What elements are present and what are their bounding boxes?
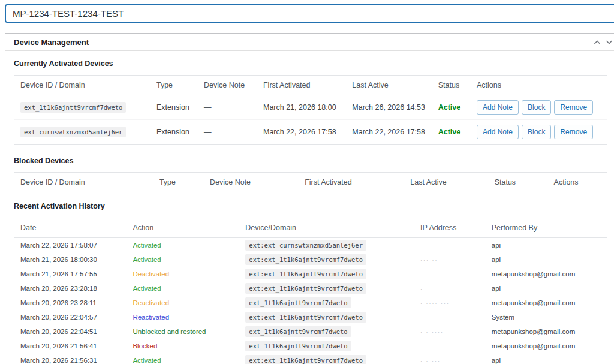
- status-badge: Active: [438, 103, 461, 112]
- action-label: Activated: [133, 285, 161, 292]
- history-date: March 21, 2026 18:00:30: [14, 252, 127, 267]
- blocked-devices-heading: Blocked Devices: [14, 157, 614, 165]
- history-date: March 20, 2026 23:28:18: [14, 281, 127, 296]
- panel-body: Currently Activated Devices Device ID / …: [5, 51, 614, 364]
- action-label: Blocked: [133, 342, 157, 350]
- history-row: March 20, 2026 21:56:41 Blocked ext_1t1k…: [14, 339, 607, 353]
- history-device: ext:ext_1t1k6ajntt9vrcmf7dweto: [239, 353, 414, 364]
- remove-button[interactable]: Remove: [554, 125, 593, 139]
- panel-header-icons: [589, 40, 614, 45]
- blocked-devices-table: Device ID / Domain Type Device Note Firs…: [14, 172, 607, 192]
- block-button[interactable]: Block: [522, 125, 551, 139]
- block-button[interactable]: Block: [522, 100, 551, 115]
- activated-devices-heading: Currently Activated Devices: [14, 59, 614, 68]
- history-ip: ·: [414, 281, 486, 296]
- history-device: ext_1t1k6ajntt9vrcmf7dweto: [239, 324, 414, 339]
- device-type-cell: Extension: [151, 95, 198, 120]
- add-note-button[interactable]: Add Note: [477, 125, 519, 139]
- actions-cell: Add NoteBlockRemove: [471, 95, 607, 120]
- activated-devices-table: Device ID / Domain Type Device Note Firs…: [14, 75, 607, 145]
- status-badge: Active: [438, 128, 461, 136]
- ip-redacted: · · ····: [420, 329, 444, 335]
- history-action: Reactivated: [127, 310, 239, 324]
- col-device-note: Device Note: [198, 76, 257, 95]
- col-device-id: Device ID / Domain: [14, 173, 154, 192]
- add-note-button[interactable]: Add Note: [477, 100, 519, 115]
- history-action: Blocked: [127, 339, 239, 353]
- move-down-icon[interactable]: [606, 40, 613, 45]
- device-code-badge: ext:ext_1t1k6ajntt9vrcmf7dweto: [245, 283, 366, 294]
- table-header-row: Date Action Device/Domain IP Address Per…: [14, 218, 607, 238]
- device-row: ext_1t1k6ajntt9vrcmf7dweto Extension — M…: [14, 95, 607, 120]
- col-type: Type: [151, 76, 198, 95]
- action-label: Activated: [133, 357, 161, 364]
- col-device-note: Device Note: [204, 173, 299, 192]
- actions-cell: Add NoteBlockRemove: [471, 120, 607, 145]
- history-row: March 22, 2026 17:58:07 Activated ext:ex…: [14, 238, 607, 253]
- action-label: Activated: [133, 256, 161, 263]
- history-performed-by: metapunkshop@gmail.com: [486, 267, 607, 281]
- device-id-badge: ext_curnswtxnzmxd5anlej6er: [20, 127, 126, 137]
- history-device: ext:ext_1t1k6ajntt9vrcmf7dweto: [239, 252, 414, 267]
- last-active-cell: March 26, 2026 14:53: [346, 95, 432, 120]
- last-active-cell: March 22, 2026 17:58: [346, 120, 432, 145]
- device-row: ext_curnswtxnzmxd5anlej6er Extension — M…: [14, 120, 607, 145]
- history-ip: [414, 267, 486, 281]
- col-device-id: Device ID / Domain: [14, 76, 151, 95]
- status-cell: Active: [432, 95, 471, 120]
- history-date: March 20, 2026 23:28:11: [14, 296, 127, 310]
- history-device: ext_1t1k6ajntt9vrcmf7dweto: [239, 339, 414, 353]
- col-ip-address: IP Address: [414, 218, 486, 238]
- device-code-badge: ext:ext_1t1k6ajntt9vrcmf7dweto: [245, 254, 366, 265]
- col-actions: Actions: [471, 76, 607, 95]
- action-label: Reactivated: [133, 314, 169, 321]
- history-performed-by: metapunkshop@gmail.com: [486, 296, 607, 310]
- history-action: Activated: [127, 281, 239, 296]
- move-up-icon[interactable]: [594, 40, 601, 45]
- first-activated-cell: March 22, 2026 17:58: [257, 120, 346, 145]
- col-last-active: Last Active: [346, 76, 432, 95]
- history-ip: ····· · ·· ··: [414, 310, 486, 324]
- action-label: Activated: [133, 242, 161, 249]
- device-code-badge: ext:ext_1t1k6ajntt9vrcmf7dweto: [245, 355, 366, 364]
- device-note-cell: —: [198, 95, 257, 120]
- status-cell: Active: [432, 120, 471, 145]
- history-performed-by: api: [486, 281, 607, 296]
- history-device: ext_1t1k6ajntt9vrcmf7dweto: [239, 296, 414, 310]
- history-date: March 21, 2026 17:57:55: [14, 267, 127, 281]
- col-first-activated: First Activated: [299, 173, 404, 192]
- history-row: March 20, 2026 23:28:11 Deactivated ext_…: [14, 296, 607, 310]
- col-actions: Actions: [548, 173, 607, 192]
- ip-redacted: · · ···: [420, 358, 441, 364]
- history-performed-by: api: [486, 252, 607, 267]
- history-date: March 20, 2026 21:56:31: [14, 353, 127, 364]
- ip-redacted: · ···· ···: [420, 300, 450, 306]
- col-first-activated: First Activated: [257, 76, 346, 95]
- col-status: Status: [489, 173, 548, 192]
- action-label: Deactivated: [133, 270, 169, 278]
- history-date: March 22, 2026 17:58:07: [14, 238, 127, 253]
- device-code-badge: ext_1t1k6ajntt9vrcmf7dweto: [245, 297, 351, 308]
- device-code-badge: ext_1t1k6ajntt9vrcmf7dweto: [245, 341, 351, 351]
- action-label: Unblocked and restored: [133, 328, 206, 335]
- history-ip: · · ····: [414, 324, 486, 339]
- panel-header[interactable]: Device Management: [5, 34, 614, 51]
- history-ip: ·: [414, 339, 486, 353]
- device-code-badge: ext:ext_curnswtxnzmxd5anlej6er: [245, 240, 366, 251]
- device-code-badge: ext:ext_1t1k6ajntt9vrcmf7dweto: [245, 269, 366, 279]
- col-device-domain: Device/Domain: [239, 218, 414, 238]
- device-id-cell: ext_curnswtxnzmxd5anlej6er: [14, 120, 151, 145]
- ip-redacted: ··· ··: [420, 257, 438, 263]
- history-device: ext:ext_1t1k6ajntt9vrcmf7dweto: [239, 281, 414, 296]
- history-row: March 20, 2026 22:04:57 Reactivated ext:…: [14, 310, 607, 324]
- serial-key-input[interactable]: [5, 4, 614, 23]
- history-ip: · ···· ···: [414, 296, 486, 310]
- history-date: March 20, 2026 21:56:41: [14, 339, 127, 353]
- remove-button[interactable]: Remove: [554, 100, 593, 115]
- history-row: March 20, 2026 21:56:31 Activated ext:ex…: [14, 353, 607, 364]
- first-activated-cell: March 21, 2026 18:00: [257, 95, 346, 120]
- col-status: Status: [432, 76, 471, 95]
- table-header-row: Device ID / Domain Type Device Note Firs…: [14, 76, 607, 95]
- device-note-cell: —: [198, 120, 257, 145]
- device-code-badge: ext_1t1k6ajntt9vrcmf7dweto: [245, 326, 351, 337]
